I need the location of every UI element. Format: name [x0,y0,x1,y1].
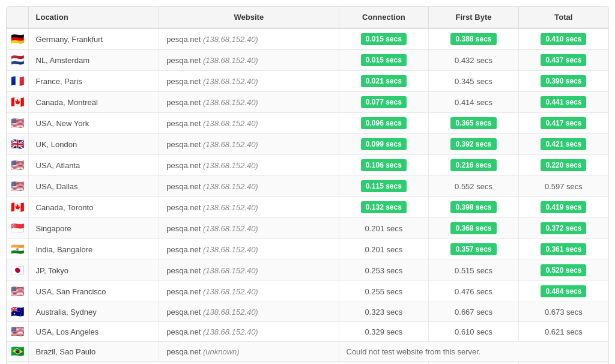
performance-table-wrapper: Location Website Connection First Byte T… [6,6,609,364]
country-flag: 🇸🇬 [11,222,24,234]
connection-cell: 0.132 secs [339,197,429,218]
connection-cell: 0.015 secs [339,28,429,50]
firstbyte-badge: 0.368 secs [450,222,496,234]
connection-header: Connection [339,7,429,28]
connection-value: 0.323 secs [365,308,402,317]
avg-firstbyte: 0.432 secs [429,362,519,365]
total-cell: 0.361 secs [518,239,608,260]
flag-cell: 🇺🇸 [7,281,28,302]
country-flag: 🇯🇵 [11,264,24,276]
website-cell: pesqa.net (138.68.152.40) [159,218,339,239]
table-row: 🇩🇪Germany, Frankfurtpesqa.net (138.68.15… [7,28,608,50]
country-flag: 🇦🇺 [11,306,24,318]
connection-cell: 0.201 secs [339,218,429,239]
flag-cell: 🇬🇧 [7,134,28,155]
connection-badge: 0.099 secs [361,138,407,150]
connection-cell: 0.077 secs [339,92,429,113]
total-cell: 0.410 secs [518,28,608,50]
table-row: 🇮🇳India, Bangalorepesqa.net (138.68.152.… [7,239,608,260]
country-flag: 🇬🇧 [11,138,24,150]
total-badge: 0.390 secs [541,75,586,87]
country-flag: 🇫🇷 [11,75,24,87]
firstbyte-badge: 0.216 secs [450,159,496,171]
table-row: 🇦🇺Australia, Sydneypesqa.net (138.68.152… [7,302,608,322]
total-header: Total [518,7,608,28]
table-row: 🇯🇵JP, Tokyopesqa.net (138.68.152.40)0.25… [7,260,608,281]
website-header: Website [159,7,339,28]
connection-badge: 0.106 secs [361,159,407,171]
total-cell: 0.372 secs [518,218,608,239]
country-flag: 🇺🇸 [11,180,24,192]
table-row: 🇺🇸USA, New Yorkpesqa.net (138.68.152.40)… [7,113,608,134]
website-cell: pesqa.net (138.68.152.40) [159,50,339,71]
connection-badge: 0.015 secs [361,33,407,45]
firstbyte-value: 0.476 secs [455,287,492,296]
connection-value: 0.253 secs [365,266,402,275]
avg-label: Average response time [28,362,339,365]
total-cell: 0.220 secs [518,155,608,176]
table-row: 🇨🇦Canada, Torontopesqa.net (138.68.152.4… [7,197,608,218]
total-badge: 0.410 secs [541,33,586,45]
firstbyte-badge: 0.365 secs [450,117,496,129]
table-row: 🇬🇧UK, Londonpesqa.net (138.68.152.40)0.0… [7,134,608,155]
total-cell: 0.441 secs [518,92,608,113]
total-cell: 0.520 secs [518,260,608,281]
connection-cell: 0.099 secs [339,134,429,155]
website-cell: pesqa.net (138.68.152.40) [159,302,339,322]
website-cell: pesqa.net (138.68.152.40) [159,281,339,302]
connection-cell: 0.106 secs [339,155,429,176]
connection-badge: 0.132 secs [361,201,407,213]
website-cell: pesqa.net (138.68.152.40) [159,155,339,176]
connection-cell: 0.329 secs [339,322,429,342]
total-badge: 0.220 secs [541,159,586,171]
country-flag: 🇨🇦 [11,96,24,108]
total-cell: 0.484 secs [518,281,608,302]
location-cell: Brazil, Sao Paulo [28,342,159,362]
total-value: 0.597 secs [545,182,583,191]
firstbyte-cell: 0.365 secs [429,113,519,134]
table-row: 🇸🇬Singaporepesqa.net (138.68.152.40)0.20… [7,218,608,239]
website-cell: pesqa.net (138.68.152.40) [159,197,339,218]
website-cell: pesqa.net (138.68.152.40) [159,134,339,155]
table-row: 🇨🇦Canada, Montrealpesqa.net (138.68.152.… [7,92,608,113]
country-flag: 🇺🇸 [11,285,24,297]
firstbyte-cell: 0.216 secs [429,155,519,176]
location-cell: USA, Dallas [28,176,159,197]
total-cell: 0.417 secs [518,113,608,134]
total-value: 0.673 secs [545,308,583,317]
total-badge: 0.417 secs [541,117,586,129]
flag-cell: 🇺🇸 [7,176,28,197]
website-cell: pesqa.net (138.68.152.40) [159,239,339,260]
country-flag: 🇮🇳 [11,243,24,255]
location-cell: Canada, Toronto [28,197,159,218]
firstbyte-cell: 0.388 secs [429,28,519,50]
location-cell: Germany, Frankfurt [28,28,159,50]
country-flag: 🇺🇸 [11,159,24,171]
total-cell: 0.597 secs [518,176,608,197]
firstbyte-cell: 0.476 secs [429,281,519,302]
flag-cell: 🇫🇷 [7,71,28,92]
location-cell: USA, San Francisco [28,281,159,302]
firstbyte-cell: 0.667 secs [429,302,519,322]
firstbyte-value: 0.552 secs [455,182,492,191]
flag-cell: 🇺🇸 [7,322,28,342]
connection-cell: 0.021 secs [339,71,429,92]
total-badge: 0.520 secs [541,264,586,276]
flag-cell: 🇺🇸 [7,155,28,176]
location-cell: USA, Los Angeles [28,322,159,342]
location-cell: Singapore [28,218,159,239]
firstbyte-cell: 0.392 secs [429,134,519,155]
firstbyte-value: 0.414 secs [455,98,492,107]
total-badge: 0.441 secs [541,96,586,108]
connection-cell: 0.201 secs [339,239,429,260]
connection-badge: 0.015 secs [361,54,407,66]
firstbyte-cell: 0.414 secs [429,92,519,113]
location-cell: Australia, Sydney [28,302,159,322]
location-cell: NL, Amsterdam [28,50,159,71]
avg-flag [7,362,28,365]
firstbyte-value: 0.610 secs [455,327,492,336]
connection-value: 0.201 secs [365,245,402,254]
total-badge: 0.484 secs [541,285,586,297]
connection-value: 0.255 secs [365,287,402,296]
location-cell: Canada, Montreal [28,92,159,113]
